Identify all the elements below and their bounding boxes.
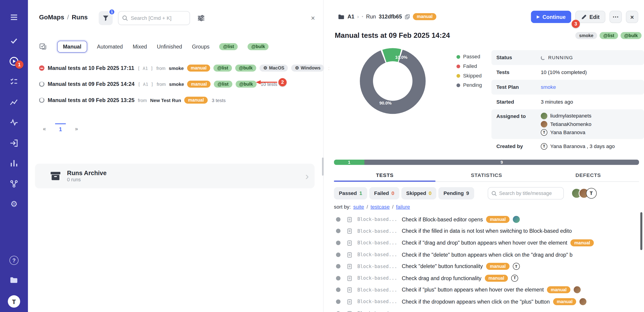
test-search-input[interactable] (499, 190, 560, 196)
close-panel-icon[interactable]: × (308, 14, 318, 23)
assignee-name: liudmylastepanets (550, 113, 592, 119)
clipboard-icon (346, 240, 352, 246)
run-env-pill: ⚙Windows (291, 65, 324, 72)
run-title: Manual tests at 09 Feb 2025 13:25 (48, 97, 134, 103)
test-type-pill: manual (485, 275, 508, 282)
tab-automated[interactable]: Automated (97, 44, 123, 50)
test-row[interactable]: Block-based... Check if the "delete" but… (334, 249, 594, 260)
annotation-arrow (255, 80, 278, 85)
run-from-label: from (138, 98, 147, 103)
status-value: RUNNING (548, 55, 573, 60)
filter-pending-button[interactable]: Pending9 (438, 187, 474, 200)
run-row[interactable]: Manual tests at 10 Feb 2025 17:11 [ A1 ]… (28, 60, 322, 76)
test-title: Check drag and drop functionality (402, 275, 482, 281)
sort-by-failure[interactable]: failure (396, 204, 410, 210)
runs-archive-row[interactable]: Runs Archive 0 runs › (35, 164, 314, 188)
chevron-right-icon[interactable]: › (306, 170, 309, 181)
test-type-pill: manual (547, 286, 570, 294)
test-suite-label: Block-based... (357, 228, 398, 234)
filter-failed-button[interactable]: Failed0 (369, 187, 399, 200)
sort-by-testcase[interactable]: testcase (370, 204, 390, 210)
annotation-marker-1: 1 (15, 60, 24, 68)
filter-skipped-button[interactable]: Skipped0 (401, 187, 436, 200)
test-row[interactable]: Block-based... Check if Block-based edit… (334, 214, 594, 225)
activity-icon[interactable] (0, 118, 28, 126)
test-cases-icon[interactable] (0, 37, 28, 46)
clipboard-icon (346, 310, 352, 312)
view-settings-icon[interactable] (198, 14, 205, 22)
analytics-icon[interactable] (0, 98, 28, 106)
test-runs-icon[interactable] (0, 56, 28, 66)
test-status-icon (336, 229, 340, 234)
tab-mixed[interactable]: Mixed (133, 44, 147, 50)
filter-passed-button[interactable]: Passed1 (334, 187, 367, 200)
detail-body: 10.0% 90.0% Passed Failed Skipped Pendin… (329, 0, 644, 312)
integrations-icon[interactable] (0, 179, 28, 188)
settings-gear-icon[interactable]: ⚙ (0, 200, 28, 208)
reports-icon[interactable] (0, 159, 28, 168)
vertical-scrollbar-thumb[interactable] (640, 212, 642, 250)
test-title: Check if the dropdown appears when click… (402, 298, 550, 305)
test-suite-label: Block-based... (357, 311, 398, 312)
help-icon[interactable]: ? (0, 256, 28, 265)
clipboard-icon (346, 216, 352, 222)
breadcrumb-separator: / (67, 14, 69, 21)
sort-by-suite[interactable]: suite (353, 204, 364, 210)
test-row[interactable]: Block-based... (334, 308, 594, 312)
created-value: Yana Baranova , 3 days ago (550, 144, 614, 149)
search-input[interactable] (131, 15, 186, 21)
divider-scroll-thumb[interactable] (322, 158, 324, 176)
tag-chip-bulk[interactable]: @bulk (248, 43, 269, 50)
test-type-pill: manual (570, 239, 594, 246)
run-source: smoke (169, 82, 184, 86)
runs-panel: × GoMaps / Runs 1 Manual Automated Mixed… (28, 0, 322, 312)
test-row[interactable]: Block-based... Check if the dropdown app… (334, 296, 594, 308)
run-tag-pill: @list (214, 65, 232, 72)
test-row[interactable]: Block-based... Check if "drag and drop" … (334, 237, 594, 249)
legend-pending: Pending (456, 82, 482, 88)
tab-manual[interactable]: Manual (57, 40, 87, 52)
chart-legend: Passed Failed Skipped Pending (456, 54, 482, 88)
sort-row: sort by: suite / testcase / failure (334, 204, 410, 210)
pagination-next[interactable]: » (71, 124, 82, 134)
test-row[interactable]: Block-based... Check "delete" button fun… (334, 260, 594, 272)
pagination-page-1[interactable]: 1 (55, 124, 66, 134)
select-runs-icon[interactable] (39, 42, 47, 50)
breadcrumb-page: Runs (72, 14, 88, 21)
app-root: ⚙ ? T × GoMaps / Runs 1 (0, 0, 644, 312)
annotation-marker-2: 2 (278, 78, 287, 86)
tab-tests[interactable]: TESTS (334, 168, 436, 181)
pagination-prev[interactable]: « (39, 124, 50, 134)
assignee-filter-avatars[interactable]: T (571, 188, 597, 198)
info-row-started: Started 3 minutes ago (492, 94, 644, 109)
tab-groups[interactable]: Groups (192, 44, 210, 50)
clipboard-icon (346, 228, 352, 234)
run-detail-panel: A1 › • Run 312dfb65 manual ▶ Continue Ed… (329, 0, 644, 312)
info-row-status: Status RUNNING (492, 50, 644, 65)
menu-icon[interactable] (0, 13, 28, 22)
test-title: Check if "drag and drop" button appears … (402, 240, 567, 246)
export-icon[interactable] (0, 139, 28, 148)
clipboard-icon (346, 298, 352, 305)
run-plan-ref: [ A1 ] (138, 66, 153, 70)
user-avatar[interactable]: T (0, 296, 28, 308)
tag-chip-list[interactable]: @list (219, 43, 238, 50)
run-row[interactable]: Manual tests at 09 Feb 2025 13:25 from N… (28, 92, 322, 108)
test-status-icon (336, 217, 340, 222)
assignee-avatar (513, 216, 520, 223)
breadcrumb-project[interactable]: GoMaps (39, 14, 64, 21)
tab-unfinished[interactable]: Unfinished (157, 44, 182, 50)
filter-count-badge: 1 (108, 9, 115, 15)
test-plan-link[interactable]: smoke (541, 84, 556, 90)
test-row[interactable]: Block-based... Check drag and drop funct… (334, 272, 594, 284)
tab-defects[interactable]: DEFECTS (538, 168, 639, 181)
test-row[interactable]: Block-based... Check if "plus" button ap… (334, 284, 594, 296)
tab-statistics[interactable]: STATISTICS (436, 168, 538, 181)
test-plans-icon[interactable] (0, 77, 28, 86)
test-suite-label: Block-based... (357, 252, 398, 257)
filter-button[interactable]: 1 (98, 11, 112, 25)
test-row[interactable]: Block-based... Check if the filled in da… (334, 225, 594, 237)
projects-folder-icon[interactable] (0, 276, 28, 284)
assignee-avatar: T (512, 263, 520, 270)
archive-box-icon (50, 171, 61, 181)
